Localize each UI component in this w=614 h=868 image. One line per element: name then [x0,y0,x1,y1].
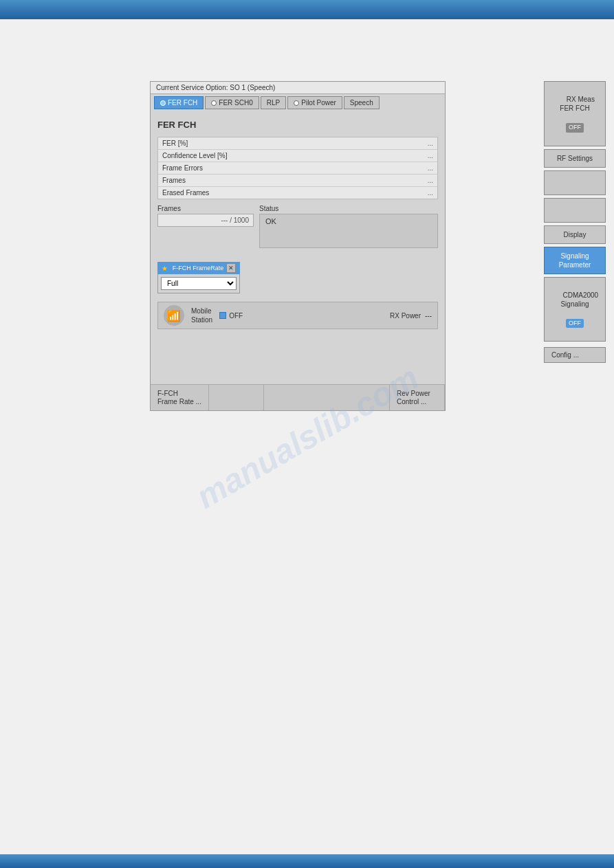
frames-input[interactable]: --- / 1000 [157,214,254,227]
tab-fer-fch[interactable]: FER FCH [154,96,204,109]
sidebar-rf-settings[interactable]: RF Settings [544,149,606,168]
service-option-bar: Current Service Option: SO 1 (Speech) [151,82,445,94]
off-indicator: OFF [219,312,243,320]
frames-label: Frames [157,205,254,212]
sidebar-config[interactable]: Config ... [544,347,606,363]
off-dot [219,312,226,319]
row-label-4: Erased Frames [162,189,209,197]
table-row: Erased Frames ... [158,187,437,199]
bottom-bar [0,854,614,868]
tab-fer-sch0-label: FER SCH0 [219,99,252,107]
rx-power-value: --- [425,312,432,320]
tab-rlp-label: RLP [267,99,280,107]
off-text: OFF [229,312,243,320]
sidebar-display[interactable]: Display [544,225,606,244]
mobile-station-label: Mobile Station [191,307,212,324]
row-label-1: Confidence Level [%] [162,152,228,159]
sidebar-signaling-parameter[interactable]: Signaling Parameter [544,247,606,274]
tab-pilot-power[interactable]: Pilot Power [287,96,342,109]
tab-rlp[interactable]: RLP [261,96,286,109]
popup-close-button[interactable]: ✕ [226,263,236,273]
rx-power-area: RX Power --- [390,312,432,320]
sidebar-empty1 [544,170,606,195]
toolbar-rev-power-control[interactable]: Rev Power Control ... [390,385,445,410]
table-row: Frames ... [158,175,437,187]
antenna-icon: 📶 [164,305,184,326]
tab-fer-fch-label: FER FCH [168,99,197,107]
data-table: FER [%] ... Confidence Level [%] ... Fra… [157,137,438,199]
popup-icon: ★ [162,265,168,272]
top-bar [0,0,614,19]
sidebar-empty2 [544,198,606,223]
toolbar-empty2 [264,385,390,410]
radio-dot-fer-fch [160,100,166,106]
main-panel: Current Service Option: SO 1 (Speech) FE… [150,81,446,411]
tab-pilot-power-label: Pilot Power [301,99,336,107]
popup-content: Full Half Quarter Eighth [157,274,240,293]
toolbar-empty1 [209,385,264,410]
content-area: FER FCH FER [%] ... Confidence Level [%]… [151,111,445,336]
service-option-label: Current Service Option: [156,84,228,91]
toolbar-f-fch-frame-rate[interactable]: F-FCH Frame Rate ... [151,385,209,410]
row-value-4: ... [428,189,433,197]
status-label: Status [259,205,438,212]
frame-rate-select[interactable]: Full Half Quarter Eighth [161,277,237,290]
panel-toolbar: F-FCH Frame Rate ... Rev Power Control .… [151,384,445,410]
popup-titlebar: ★ F-FCH FrameRate ✕ [157,262,240,274]
section-title: FER FCH [157,118,438,131]
tab-speech-label: Speech [350,99,373,107]
sidebar-cdma2000-signaling[interactable]: CDMA2000 Signaling OFF [544,277,606,342]
row-label-0: FER [%] [162,140,188,147]
service-option-value: SO 1 (Speech) [230,84,275,91]
tab-fer-sch0[interactable]: FER SCH0 [205,96,259,109]
tab-speech[interactable]: Speech [344,96,380,109]
row-value-0: ... [428,140,433,147]
frames-status-area: Frames --- / 1000 Status OK [157,205,438,248]
row-value-3: ... [428,177,433,184]
row-label-2: Frame Errors [162,164,203,172]
mobile-station-area: 📶 Mobile Station OFF RX Power --- [157,302,438,329]
rx-meas-off-badge: OFF [566,123,584,133]
rx-power-label: RX Power [390,312,421,320]
main-content: manualslib.com Current Service Option: S… [0,19,614,854]
status-section: Status OK [259,205,438,248]
popup-title: F-FCH FrameRate [173,265,224,271]
table-row: FER [%] ... [158,137,437,150]
frames-section: Frames --- / 1000 [157,205,254,248]
popup-container: ★ F-FCH FrameRate ✕ Full Half Quarter Ei… [157,262,438,293]
table-row: Confidence Level [%] ... [158,150,437,162]
status-box: OK [259,214,438,248]
row-value-2: ... [428,164,433,172]
tab-bar: FER FCH FER SCH0 RLP Pilot Power Speech [151,94,445,111]
row-label-3: Frames [162,177,186,184]
right-sidebar: RX Meas FER FCH OFF RF Settings Display … [544,81,606,363]
radio-dot-fer-sch0 [211,100,217,106]
row-value-1: ... [428,152,433,159]
table-row: Frame Errors ... [158,162,437,175]
sidebar-rx-meas-fer-fch[interactable]: RX Meas FER FCH OFF [544,81,606,146]
radio-dot-pilot-power [294,100,299,106]
cdma2000-off-badge: OFF [566,319,584,329]
